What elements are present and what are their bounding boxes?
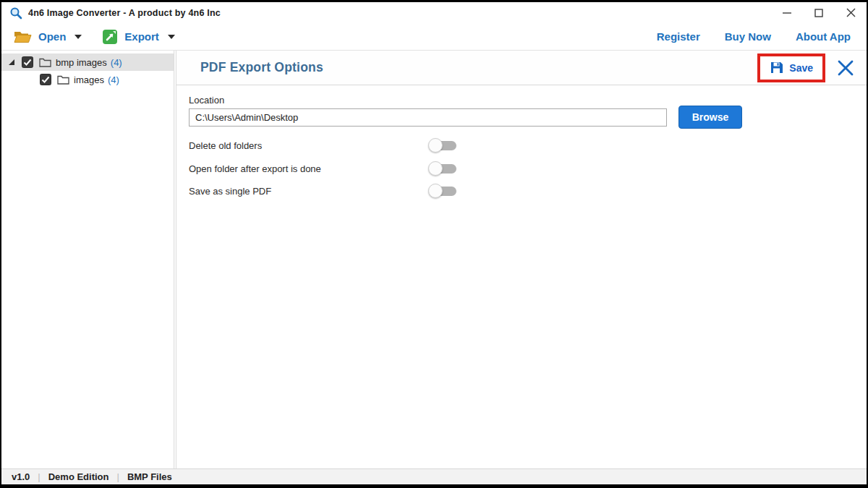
magnifier-icon bbox=[9, 7, 22, 20]
tree-expand-caret-icon[interactable] bbox=[8, 59, 15, 66]
maximize-button[interactable] bbox=[803, 2, 835, 23]
app-window: 4n6 Image Converter - A product by 4n6 I… bbox=[1, 2, 867, 484]
tree-item-count: (4) bbox=[111, 57, 122, 68]
open-folder-after-export-toggle[interactable] bbox=[428, 161, 456, 176]
browse-button[interactable]: Browse bbox=[678, 106, 742, 129]
panel-close-button[interactable] bbox=[836, 59, 855, 77]
toggle-knob bbox=[428, 161, 443, 176]
toggle-knob bbox=[428, 184, 443, 198]
pdf-export-options-panel: PDF Export Options Save bbox=[176, 51, 867, 468]
tree-item-label: images bbox=[74, 74, 104, 85]
maximize-icon bbox=[814, 9, 823, 17]
close-x-icon bbox=[837, 59, 854, 77]
status-edition: Demo Edition bbox=[48, 471, 109, 482]
export-dropdown-caret-icon bbox=[168, 35, 175, 39]
toolbar-links: Register Buy Now About App bbox=[657, 30, 867, 43]
folder-icon bbox=[57, 74, 69, 85]
toggle-label: Delete old folders bbox=[189, 140, 262, 151]
checkbox-checked-icon[interactable] bbox=[22, 56, 33, 68]
status-version: v1.0 bbox=[12, 471, 30, 482]
save-button-label: Save bbox=[789, 62, 813, 74]
open-button-label: Open bbox=[38, 30, 66, 43]
status-separator: | bbox=[116, 471, 119, 482]
location-label: Location bbox=[189, 95, 224, 106]
tree-item-images[interactable]: images (4) bbox=[1, 71, 174, 88]
toolbar: Open Export Register Buy Now About App bbox=[1, 23, 867, 51]
location-input[interactable] bbox=[189, 108, 667, 127]
panel-header: PDF Export Options Save bbox=[176, 51, 867, 85]
tree-item-count: (4) bbox=[108, 74, 119, 85]
save-button[interactable]: Save bbox=[757, 53, 825, 82]
save-as-single-pdf-toggle[interactable] bbox=[428, 184, 456, 198]
window-controls bbox=[771, 2, 867, 23]
open-dropdown-caret-icon bbox=[75, 35, 82, 39]
status-file-type: BMP Files bbox=[127, 471, 172, 482]
open-folder-icon bbox=[14, 30, 32, 44]
title-bar: 4n6 Image Converter - A product by 4n6 I… bbox=[1, 2, 867, 23]
tree-item-bmp-images[interactable]: bmp images (4) bbox=[1, 53, 174, 71]
panel-title: PDF Export Options bbox=[200, 60, 323, 75]
checkbox-checked-icon[interactable] bbox=[40, 74, 51, 85]
status-separator: | bbox=[38, 471, 40, 482]
minimize-icon bbox=[783, 9, 791, 17]
export-button[interactable]: Export bbox=[102, 29, 175, 45]
toggle-row-open-folder-after-export: Open folder after export is done bbox=[176, 160, 867, 177]
toggle-row-save-as-single-pdf: Save as single PDF bbox=[176, 182, 867, 200]
close-button[interactable] bbox=[835, 2, 867, 23]
toggle-label: Save as single PDF bbox=[189, 186, 271, 197]
window-title: 4n6 Image Converter - A product by 4n6 I… bbox=[28, 8, 221, 18]
folder-icon bbox=[39, 57, 51, 67]
toggle-knob bbox=[428, 138, 443, 153]
register-link[interactable]: Register bbox=[657, 30, 700, 43]
minimize-button[interactable] bbox=[771, 2, 803, 23]
tree-item-label: bmp images bbox=[56, 57, 107, 68]
export-file-icon bbox=[102, 29, 118, 45]
save-floppy-icon bbox=[770, 61, 783, 74]
about-app-link[interactable]: About App bbox=[796, 30, 851, 43]
close-icon bbox=[846, 8, 856, 17]
folder-tree-sidebar: bmp images (4) images (4) bbox=[1, 51, 174, 468]
open-button[interactable]: Open bbox=[14, 30, 82, 44]
status-bar: v1.0 | Demo Edition | BMP Files bbox=[1, 468, 867, 484]
delete-old-folders-toggle[interactable] bbox=[428, 138, 456, 153]
export-button-label: Export bbox=[124, 30, 159, 43]
toggle-label: Open folder after export is done bbox=[189, 163, 321, 174]
buy-now-link[interactable]: Buy Now bbox=[725, 30, 771, 43]
content-area: bmp images (4) images (4) PDF Export Opt… bbox=[1, 51, 867, 468]
toggle-row-delete-old-folders: Delete old folders bbox=[176, 137, 867, 154]
